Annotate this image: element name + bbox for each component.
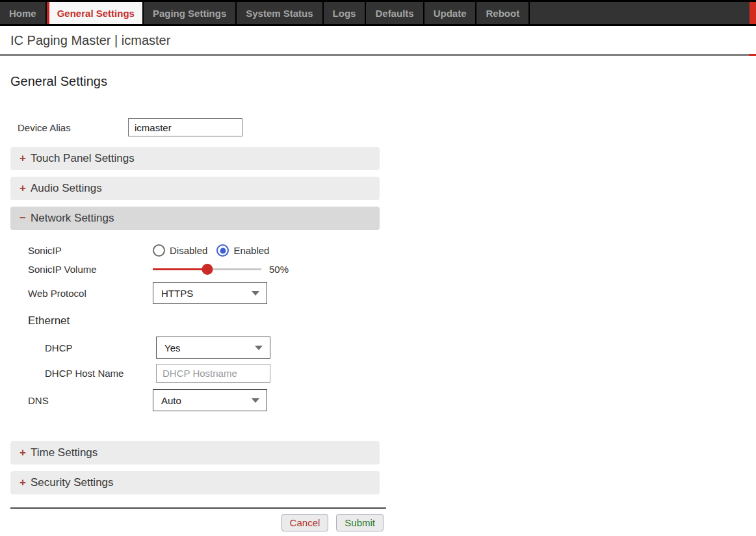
sonicip-enabled-option[interactable]: Enabled: [216, 244, 269, 257]
tab-home[interactable]: Home: [0, 2, 47, 24]
dns-select[interactable]: Auto: [153, 389, 267, 411]
submit-button[interactable]: Submit: [336, 514, 384, 531]
sonicip-enabled-label: Enabled: [233, 245, 269, 256]
dhcp-select[interactable]: Yes: [156, 337, 270, 359]
radio-checked-icon[interactable]: [216, 244, 229, 257]
top-nav: Home General Settings Paging Settings Sy…: [0, 0, 756, 26]
accordion-label: Security Settings: [31, 476, 114, 489]
expand-plus-icon: +: [20, 476, 31, 489]
accordion-audio-settings[interactable]: + Audio Settings: [10, 177, 380, 200]
page-header: IC Paging Master | icmaster: [0, 26, 756, 54]
network-settings-panel: SonicIP Disabled Enabled SonicIP Volume …: [10, 230, 756, 411]
accordion-label: Touch Panel Settings: [31, 152, 135, 165]
tab-reboot[interactable]: Reboot: [476, 2, 530, 24]
dhcp-value: Yes: [164, 342, 180, 353]
device-title: IC Paging Master | icmaster: [10, 33, 756, 48]
expand-plus-icon: +: [20, 152, 31, 165]
tab-paging-settings[interactable]: Paging Settings: [144, 2, 237, 24]
sonicip-volume-fill: [153, 268, 207, 270]
header-rule-red-accent: [749, 54, 756, 56]
accordion-time-settings[interactable]: + Time Settings: [10, 441, 380, 465]
header-rule: [0, 54, 756, 56]
sonicip-radio-group: Disabled Enabled: [153, 244, 278, 257]
page-title: General Settings: [10, 73, 756, 90]
device-alias-row: Device Alias: [10, 118, 756, 136]
tab-system-status[interactable]: System Status: [237, 2, 323, 24]
footer-divider: [10, 507, 386, 509]
expand-plus-icon: +: [20, 446, 31, 459]
dhcp-host-name-label: DHCP Host Name: [45, 368, 156, 379]
sonicip-disabled-label: Disabled: [170, 245, 207, 256]
dhcp-row: DHCP Yes: [10, 337, 756, 359]
ethernet-heading: Ethernet: [10, 314, 756, 327]
main-content: General Settings Device Alias + Touch Pa…: [0, 73, 756, 531]
radio-unchecked-icon[interactable]: [153, 244, 165, 257]
dns-row: DNS Auto: [10, 389, 756, 411]
dns-value: Auto: [161, 395, 181, 406]
device-alias-label: Device Alias: [18, 122, 128, 133]
web-protocol-select[interactable]: HTTPS: [153, 282, 267, 304]
web-protocol-row: Web Protocol HTTPS: [10, 282, 756, 304]
accordion-security-settings[interactable]: + Security Settings: [10, 471, 380, 494]
web-protocol-label: Web Protocol: [28, 288, 153, 299]
form-actions: Cancel Submit: [10, 514, 384, 531]
chevron-down-icon: [252, 291, 259, 296]
accordion-label: Time Settings: [31, 446, 98, 459]
sonicip-volume-thumb[interactable]: [202, 264, 213, 275]
dhcp-label: DHCP: [45, 342, 156, 353]
sonicip-volume-row: SonicIP Volume 50%: [10, 260, 756, 278]
sonicip-volume-label: SonicIP Volume: [28, 264, 153, 275]
cancel-button[interactable]: Cancel: [281, 514, 329, 531]
nav-filler: [530, 2, 749, 24]
dhcp-host-name-input[interactable]: [156, 364, 270, 383]
expand-plus-icon: +: [20, 182, 31, 195]
sonicip-volume-value: 50%: [269, 264, 289, 275]
tab-general-settings[interactable]: General Settings: [47, 2, 144, 24]
accordion-network-settings[interactable]: − Network Settings: [10, 207, 380, 230]
dhcp-host-name-row: DHCP Host Name: [10, 364, 756, 383]
nav-red-accent: [749, 2, 756, 24]
sonicip-volume-slider[interactable]: [153, 264, 261, 275]
tab-defaults[interactable]: Defaults: [366, 2, 424, 24]
sonicip-label: SonicIP: [28, 245, 153, 256]
chevron-down-icon: [255, 346, 263, 350]
device-alias-input[interactable]: [128, 118, 242, 136]
accordion-touch-panel-settings[interactable]: + Touch Panel Settings: [10, 147, 380, 170]
sonicip-row: SonicIP Disabled Enabled: [10, 244, 756, 257]
collapse-minus-icon: −: [20, 212, 31, 225]
accordion-label: Network Settings: [31, 212, 114, 225]
accordion-label: Audio Settings: [31, 182, 102, 195]
chevron-down-icon: [252, 398, 259, 403]
tab-logs[interactable]: Logs: [324, 2, 367, 24]
web-protocol-value: HTTPS: [161, 288, 193, 299]
sonicip-disabled-option[interactable]: Disabled: [153, 244, 207, 257]
dns-label: DNS: [28, 395, 153, 406]
tab-update[interactable]: Update: [424, 2, 477, 24]
